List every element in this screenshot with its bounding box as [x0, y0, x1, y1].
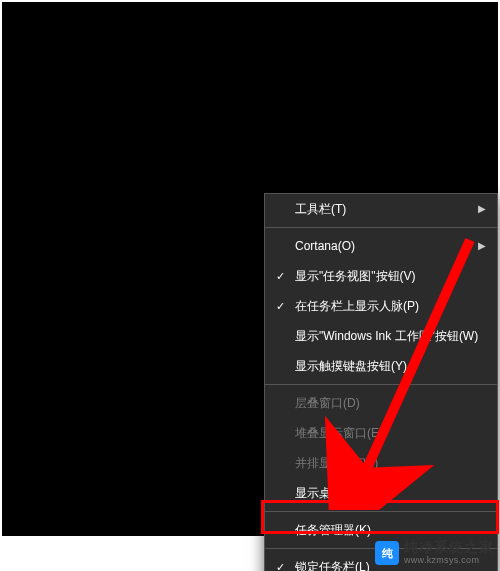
menu-item[interactable]: 显示桌面(S)	[265, 478, 497, 508]
watermark-url: www.kzmsys.com	[404, 556, 494, 566]
menu-item-label: 工具栏(T)	[295, 202, 346, 216]
watermark-text: 纯净系统之家 www.kzmsys.com	[404, 540, 494, 565]
menu-item[interactable]: 显示"Windows Ink 工作区"按钮(W)	[265, 321, 497, 351]
menu-item: 层叠窗口(D)	[265, 388, 497, 418]
menu-item-label: 显示触摸键盘按钮(Y)	[295, 359, 407, 373]
menu-item-label: 堆叠显示窗口(E)	[295, 426, 383, 440]
menu-item-label: 显示"任务视图"按钮(V)	[295, 269, 416, 283]
watermark-cn: 纯净系统之家	[404, 540, 494, 555]
watermark-logo: 纯	[375, 541, 399, 565]
menu-item[interactable]: ✓显示"任务视图"按钮(V)	[265, 261, 497, 291]
menu-item-label: 显示桌面(S)	[295, 486, 359, 500]
check-icon: ✓	[273, 291, 287, 321]
check-icon: ✓	[273, 552, 287, 571]
menu-item[interactable]: Cortana(O)▶	[265, 231, 497, 261]
menu-item-label: 显示"Windows Ink 工作区"按钮(W)	[295, 329, 478, 343]
chevron-right-icon: ▶	[477, 194, 487, 224]
screenshot-stage: 工具栏(T)▶Cortana(O)▶✓显示"任务视图"按钮(V)✓在任务栏上显示…	[0, 0, 500, 571]
menu-item-label: 任务管理器(K)	[295, 523, 371, 537]
menu-separator	[265, 227, 497, 228]
menu-item: 并排显示窗口(I)	[265, 448, 497, 478]
chevron-right-icon: ▶	[477, 231, 487, 261]
menu-item[interactable]: 工具栏(T)▶	[265, 194, 497, 224]
menu-separator	[265, 511, 497, 512]
taskbar-context-menu: 工具栏(T)▶Cortana(O)▶✓显示"任务视图"按钮(V)✓在任务栏上显示…	[264, 193, 498, 571]
menu-item-label: 锁定任务栏(L)	[295, 560, 370, 571]
menu-separator	[265, 384, 497, 385]
menu-item[interactable]: ✓在任务栏上显示人脉(P)	[265, 291, 497, 321]
menu-item-label: 在任务栏上显示人脉(P)	[295, 299, 419, 313]
menu-item: 堆叠显示窗口(E)	[265, 418, 497, 448]
menu-item-label: 层叠窗口(D)	[295, 396, 360, 410]
menu-item[interactable]: 显示触摸键盘按钮(Y)	[265, 351, 497, 381]
watermark: 纯 纯净系统之家 www.kzmsys.com	[375, 537, 494, 569]
menu-item-label: Cortana(O)	[295, 239, 355, 253]
check-icon: ✓	[273, 261, 287, 291]
menu-item-label: 并排显示窗口(I)	[295, 456, 378, 470]
